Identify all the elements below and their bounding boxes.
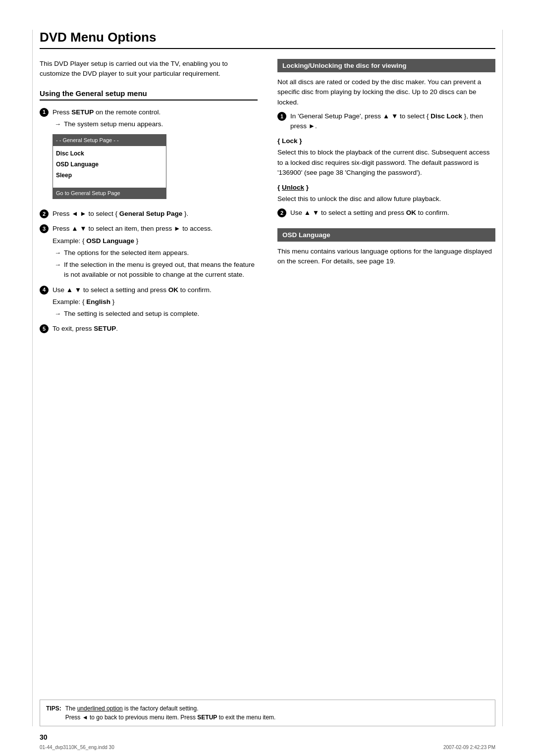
step-4-example: Example: { English } <box>53 297 258 307</box>
right-step-1: 1 In 'General Setup Page', press ▲ ▼ to … <box>277 111 495 132</box>
col-left: This DVD Player setup is carried out via… <box>40 59 258 339</box>
content: DVD Menu Options This DVD Player setup i… <box>40 30 495 339</box>
step-1-content: Press SETUP on the remote control. → The… <box>53 107 258 204</box>
step-4-text: Use ▲ ▼ to select a setting and press OK… <box>53 286 212 294</box>
page-title: DVD Menu Options <box>40 30 495 49</box>
setup-item-osd-language: OSD Language <box>56 159 163 170</box>
setup-screen: - - General Setup Page - - Disc Lock OSD… <box>53 134 166 199</box>
osd-language-label: OSD Language <box>56 161 99 168</box>
unlock-title-text: Unlock <box>282 184 304 191</box>
step-2: 2 Press ◄ ► to select { General Setup Pa… <box>40 209 258 219</box>
step-3-bullet-1-text: The options for the selected item appear… <box>64 248 189 258</box>
step-1-text: Press SETUP on the remote control. <box>53 108 160 116</box>
setup-item-disc-lock: Disc Lock <box>56 148 163 159</box>
locking-intro: Not all discs are rated or coded by the … <box>277 77 495 107</box>
setup-item-sleep: Sleep <box>56 170 163 181</box>
step-4-number: 4 <box>40 286 49 295</box>
unlock-title: { Unlock } <box>277 184 495 191</box>
page-container: DVD Menu Options This DVD Player setup i… <box>0 0 535 756</box>
disc-lock-label: Disc Lock <box>56 150 84 157</box>
right-step-2-number: 2 <box>277 208 286 217</box>
osd-header-text: OSD Language <box>282 231 330 239</box>
step-3: 3 Press ▲ ▼ to select an item, then pres… <box>40 224 258 280</box>
unlock-text: Select this to unlock the disc and allow… <box>277 194 495 204</box>
step-1-number: 1 <box>40 108 49 117</box>
right-step-1-text: In 'General Setup Page', press ▲ ▼ to se… <box>290 112 483 130</box>
step-2-content: Press ◄ ► to select { General Setup Page… <box>53 209 258 219</box>
right-step-2-content: Use ▲ ▼ to select a setting and press OK… <box>290 208 495 218</box>
intro-text: This DVD Player setup is carried out via… <box>40 59 258 79</box>
osd-text: This menu contains various language opti… <box>277 247 495 267</box>
arrow-icon-2: → <box>54 248 61 258</box>
tips-label: TIPS: <box>46 704 61 713</box>
step-3-bullet-2: → If the selection in the menu is greyed… <box>54 260 258 280</box>
step-5-content: To exit, press SETUP. <box>53 324 258 334</box>
step-3-example: Example: { OSD Language } <box>53 236 258 246</box>
lock-title-text: Lock <box>282 137 298 145</box>
step-3-bullet-2-text: If the selection in the menu is greyed o… <box>64 260 258 280</box>
tips-setup-bold: SETUP <box>197 714 217 721</box>
setup-screen-header: - - General Setup Page - - <box>53 135 166 146</box>
page-number: 30 <box>40 733 48 741</box>
arrow-icon-4: → <box>54 309 61 319</box>
step-5: 5 To exit, press SETUP. <box>40 324 258 334</box>
right-step-1-content: In 'General Setup Page', press ▲ ▼ to se… <box>290 111 495 132</box>
two-column-layout: This DVD Player setup is carried out via… <box>40 59 495 339</box>
lock-title: { Lock } <box>277 137 495 145</box>
step-3-content: Press ▲ ▼ to select an item, then press … <box>53 224 258 280</box>
step-2-number: 2 <box>40 209 49 218</box>
step-3-bullet-1: → The options for the selected item appe… <box>54 248 258 258</box>
right-step-2-text: Use ▲ ▼ to select a setting and press OK… <box>290 209 449 216</box>
step-4-bullet-1-text: The setting is selected and setup is com… <box>64 309 199 319</box>
tips-section: TIPS: The underlined option is the facto… <box>40 700 495 726</box>
osd-header: OSD Language <box>277 228 495 242</box>
tips-underline: underlined option <box>77 705 123 712</box>
step-3-text: Press ▲ ▼ to select an item, then press … <box>53 225 213 232</box>
locking-header-text: Locking/Unlocking the disc for viewing <box>282 62 407 69</box>
margin-line-left <box>32 30 33 726</box>
setup-screen-header-text: - - General Setup Page - - <box>56 136 119 145</box>
section-heading-text: Using the General setup menu <box>40 89 147 98</box>
tips-line-1: The underlined option is the factory def… <box>65 704 276 713</box>
setup-screen-footer-text: Go to General Setup Page <box>56 190 120 196</box>
step-5-number: 5 <box>40 324 49 333</box>
locking-header: Locking/Unlocking the disc for viewing <box>277 59 495 72</box>
lock-text: Select this to block the playback of the… <box>277 148 495 178</box>
footer-left: 01-44_dvp3110K_56_eng.indd 30 <box>40 745 114 750</box>
col-right: Locking/Unlocking the disc for viewing N… <box>277 59 495 339</box>
step-5-text: To exit, press SETUP. <box>53 325 118 332</box>
setup-screen-body: Disc Lock OSD Language Sleep <box>53 146 166 183</box>
footer-right: 2007-02-09 2:42:23 PM <box>443 745 495 750</box>
step-1-sub: → The system setup menu appears. <box>54 119 258 129</box>
step-3-number: 3 <box>40 224 49 233</box>
setup-screen-footer: Go to General Setup Page <box>53 188 166 199</box>
tips-content: The underlined option is the factory def… <box>65 704 276 722</box>
right-step-1-number: 1 <box>277 112 286 121</box>
sleep-label: Sleep <box>56 172 72 179</box>
step-1-sub-text: The system setup menu appears. <box>64 119 163 129</box>
step-4-content: Use ▲ ▼ to select a setting and press OK… <box>53 285 258 319</box>
step-4-bullet-1: → The setting is selected and setup is c… <box>54 309 258 319</box>
arrow-icon-3: → <box>54 260 61 270</box>
step-2-text: Press ◄ ► to select { General Setup Page… <box>53 210 188 217</box>
right-step-2: 2 Use ▲ ▼ to select a setting and press … <box>277 208 495 218</box>
step-1: 1 Press SETUP on the remote control. → T… <box>40 107 258 204</box>
tips-row-1: TIPS: The underlined option is the facto… <box>46 704 489 722</box>
arrow-icon: → <box>54 119 61 129</box>
margin-line-right <box>502 30 503 726</box>
section-heading: Using the General setup menu <box>40 89 258 101</box>
tips-line-2: Press ◄ to go back to previous menu item… <box>65 713 276 722</box>
step-4: 4 Use ▲ ▼ to select a setting and press … <box>40 285 258 319</box>
